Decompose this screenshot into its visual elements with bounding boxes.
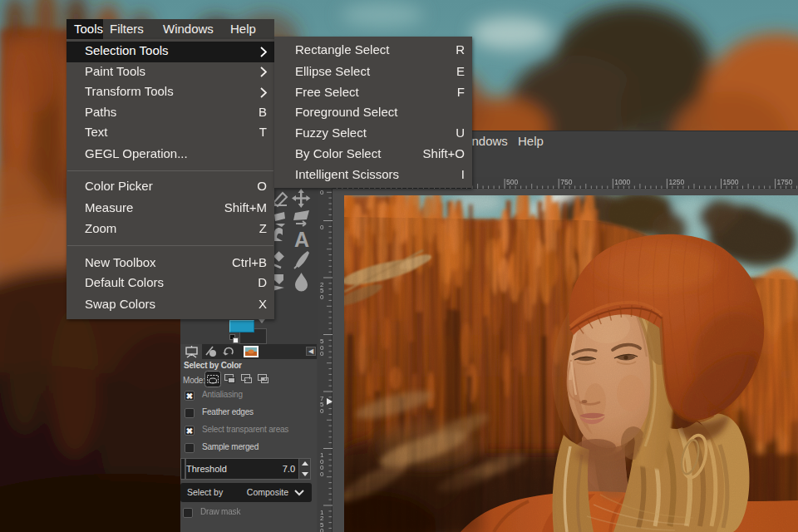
svg-text:1250: 1250	[668, 178, 684, 186]
svg-text:0: 0	[320, 470, 324, 478]
svg-text:A: A	[294, 228, 309, 251]
svg-text:0: 0	[320, 293, 324, 301]
svg-text:0: 0	[320, 407, 324, 415]
svg-text:0: 0	[320, 224, 324, 231]
svg-text:0: 0	[320, 189, 324, 196]
svg-text:1750: 1750	[777, 178, 793, 186]
svg-text:1000: 1000	[614, 178, 630, 186]
svg-text:1500: 1500	[723, 178, 739, 186]
svg-text:0: 0	[320, 350, 324, 357]
svg-text:0: 0	[320, 527, 324, 532]
svg-text:750: 750	[560, 178, 572, 186]
svg-text:500: 500	[506, 178, 518, 186]
